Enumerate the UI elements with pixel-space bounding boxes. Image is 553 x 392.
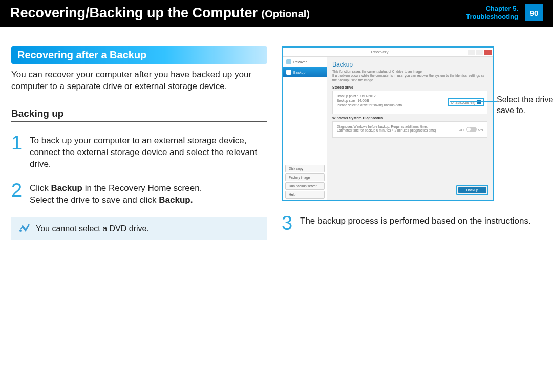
minimize-icon[interactable]	[468, 50, 475, 55]
note-icon	[18, 223, 31, 235]
step-number: 3	[282, 214, 294, 232]
intro-paragraph: You can recover your computer after you …	[11, 69, 267, 93]
page-title: Recovering/Backing up the Computer (Opti…	[10, 5, 310, 21]
subheading-backing-up: Backing up	[11, 108, 267, 122]
stored-drive-panel: Backup point : 09/11/2012 Backup size : …	[332, 91, 487, 114]
pane-description: This function saves the current status o…	[332, 70, 487, 82]
backup-icon	[286, 70, 291, 75]
diagnostics-text: Diagnoses Windows before backup. Require…	[337, 125, 439, 132]
close-icon[interactable]	[484, 50, 492, 55]
recovery-app-screenshot: Recovery Recover Backup Disk copy Factor…	[282, 46, 494, 201]
step-number: 2	[11, 182, 24, 206]
step-1: 1 To back up your computer to an externa…	[11, 134, 267, 170]
sidebar-item-disk-copy[interactable]: Disk copy	[285, 165, 325, 172]
maximize-icon[interactable]	[476, 50, 483, 55]
sidebar-item-help[interactable]: Help	[285, 191, 325, 199]
toggle-switch-icon	[466, 127, 477, 132]
backup-point: Backup point : 09/11/2012	[337, 94, 483, 98]
backup-pane: Backup This function saves the current s…	[327, 57, 493, 200]
diagnostics-label: Windows System Diagnostics	[332, 116, 487, 120]
callout-select-drive: Select the drive to save to.	[497, 95, 553, 116]
sidebar: Recover Backup Disk copy Factory image R…	[283, 57, 327, 200]
step-text: To back up your computer to an external …	[30, 134, 267, 170]
title-main: Recovering/Backing up the Computer	[10, 5, 258, 20]
step-number: 1	[11, 134, 24, 170]
window-titlebar: Recovery	[283, 48, 493, 57]
title-optional: (Optional)	[262, 8, 310, 19]
sidebar-item-factory-image[interactable]: Factory image	[285, 173, 325, 181]
off-label: OFF	[459, 128, 465, 131]
bold: Backup	[51, 183, 82, 193]
window-title: Recovery	[291, 50, 468, 54]
stored-drive-label: Stored drive	[332, 85, 487, 89]
drive-selector[interactable]: D:\ (59.0GB left)	[448, 98, 484, 106]
page-header: Recovering/Backing up the Computer (Opti…	[0, 0, 553, 27]
label: Recover	[293, 60, 307, 64]
sidebar-item-run-backup-server[interactable]: Run backup server	[285, 182, 325, 190]
step-3: 3 The backup process is performed based …	[282, 214, 542, 232]
sidebar-item-backup[interactable]: Backup	[283, 67, 327, 77]
chapter-line2: Troubleshooting	[466, 13, 518, 21]
window-controls	[468, 50, 492, 55]
t: Click	[30, 183, 51, 193]
diagnostics-toggle[interactable]: OFF ON	[459, 127, 483, 132]
svg-point-0	[19, 230, 22, 232]
t: in the Recovery Home screen.	[82, 183, 202, 193]
recover-icon	[286, 59, 291, 64]
label: Backup	[293, 71, 305, 74]
backup-button-highlight: Backup	[456, 185, 488, 195]
page-number-badge: 90	[525, 4, 543, 21]
backup-button[interactable]: Backup	[458, 187, 486, 193]
header-right: Chapter 5. Troubleshooting 90	[466, 4, 543, 21]
note-box: You cannot select a DVD drive.	[11, 217, 267, 240]
chapter-line1: Chapter 5.	[466, 5, 518, 13]
section-banner: Recovering after a Backup	[11, 46, 267, 64]
pane-title: Backup	[332, 61, 487, 68]
diagnostics-panel: Diagnoses Windows before backup. Require…	[332, 121, 487, 138]
chapter-label: Chapter 5. Troubleshooting	[466, 5, 518, 20]
note-text: You cannot select a DVD drive.	[36, 224, 149, 233]
on-label: ON	[478, 128, 483, 131]
step-text: Click Backup in the Recovery Home screen…	[30, 182, 202, 206]
sidebar-item-recover[interactable]: Recover	[283, 57, 327, 67]
callout-connector-line	[450, 101, 497, 102]
step-text: The backup process is performed based on…	[300, 214, 531, 232]
bold: Backup.	[159, 195, 193, 205]
step-2: 2 Click Backup in the Recovery Home scre…	[11, 182, 267, 206]
t: Select the drive to save and click	[30, 195, 159, 205]
